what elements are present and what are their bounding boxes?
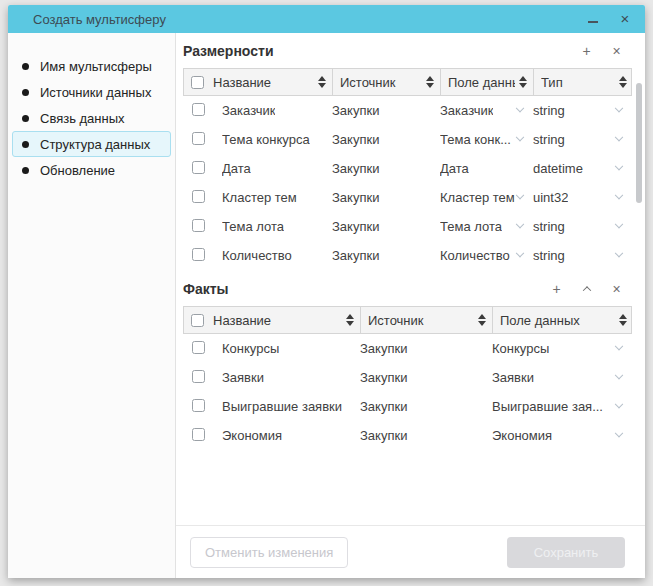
select-all-dimensions-checkbox[interactable]	[191, 76, 204, 89]
row-checkbox[interactable]	[192, 103, 205, 116]
bullet-icon	[22, 63, 29, 70]
row-checkbox[interactable]	[192, 341, 205, 354]
row-checkbox[interactable]	[192, 161, 205, 174]
field-select[interactable]: Заявки	[492, 363, 632, 392]
field-select[interactable]: Количество	[440, 241, 533, 270]
bullet-icon	[22, 167, 29, 174]
column-label: Поле данных	[448, 75, 515, 90]
name-cell: Экономия	[183, 421, 360, 450]
add-fact-button[interactable]: +	[550, 283, 563, 296]
chevron-down-icon	[615, 219, 623, 227]
chevron-down-icon	[516, 103, 524, 111]
page-background: Создать мультисферу × Имя мультисферыИст…	[0, 0, 653, 586]
row-name: Тема конкурса	[222, 132, 310, 147]
dimensions-col-field: Поле данных	[441, 69, 534, 95]
source-cell: Закупки	[332, 212, 440, 241]
field-select[interactable]: Дата	[440, 154, 533, 183]
column-label: Источник	[340, 75, 396, 90]
remove-dimension-button[interactable]: ×	[610, 45, 623, 58]
field-select[interactable]: Экономия	[492, 421, 632, 450]
sort-icon[interactable]	[474, 314, 486, 326]
source-cell: Закупки	[360, 334, 492, 363]
row-name: Конкурсы	[222, 341, 279, 356]
bullet-icon	[22, 141, 29, 148]
vertical-scrollbar-thumb[interactable]	[636, 83, 642, 203]
selected-value: Тема лота	[440, 219, 502, 234]
row-checkbox[interactable]	[192, 132, 205, 145]
field-select[interactable]: Тема конк...	[440, 125, 533, 154]
sidebar-item[interactable]: Обновление	[12, 157, 171, 183]
title-bar: Создать мультисферу ×	[8, 5, 645, 33]
sidebar-item[interactable]: Связь данных	[12, 105, 171, 131]
chevron-down-icon	[516, 248, 524, 256]
wizard-steps-sidebar: Имя мультисферыИсточники данныхСвязь дан…	[8, 33, 176, 578]
selected-value: string	[533, 248, 565, 263]
sort-icon[interactable]	[314, 76, 326, 88]
remove-fact-button[interactable]: ×	[610, 283, 623, 296]
dimensions-col-name: Название	[184, 69, 333, 95]
dimension-row: ДатаЗакупкиДатаdatetime	[183, 154, 632, 183]
row-checkbox[interactable]	[192, 190, 205, 203]
sort-icon[interactable]	[422, 76, 434, 88]
create-multisphere-dialog: Создать мультисферу × Имя мультисферыИст…	[8, 5, 645, 578]
data-structure-panel: Размерности + × Название Источник	[176, 33, 645, 578]
save-button[interactable]: Сохранить	[507, 537, 625, 568]
type-select[interactable]: string	[533, 241, 632, 270]
row-checkbox[interactable]	[192, 248, 205, 261]
column-label: Название	[213, 313, 271, 328]
sidebar-item[interactable]: Источники данных	[12, 79, 171, 105]
field-select[interactable]: Заказчик	[440, 96, 533, 125]
checkbox-wrap	[192, 161, 205, 177]
fact-row: КонкурсыЗакупкиКонкурсы	[183, 334, 632, 363]
dimension-row: КоличествоЗакупкиКоличествоstring	[183, 241, 632, 270]
dimension-row: ЗаказчикЗакупкиЗаказчикstring	[183, 96, 632, 125]
row-name: Количество	[222, 248, 292, 263]
field-select[interactable]: Тема лота	[440, 212, 533, 241]
sort-icon[interactable]	[342, 314, 354, 326]
selected-value: Конкурсы	[492, 341, 549, 356]
sort-icon[interactable]	[615, 76, 627, 88]
sort-icon[interactable]	[615, 314, 627, 326]
row-checkbox[interactable]	[192, 219, 205, 232]
field-select[interactable]: Конкурсы	[492, 334, 632, 363]
selected-value: Кластер тем	[440, 190, 515, 205]
type-select[interactable]: datetime	[533, 154, 632, 183]
column-label: Тип	[541, 75, 563, 90]
selected-value: Заявки	[492, 370, 534, 385]
type-select[interactable]: string	[533, 96, 632, 125]
add-dimension-button[interactable]: +	[580, 45, 593, 58]
type-select[interactable]: string	[533, 125, 632, 154]
name-cell: Кластер тем	[183, 183, 332, 212]
facts-title: Факты	[183, 281, 229, 297]
dialog-footer: Отменить изменения Сохранить	[176, 525, 645, 578]
minimize-icon	[588, 21, 598, 23]
row-checkbox[interactable]	[192, 399, 205, 412]
cancel-changes-button[interactable]: Отменить изменения	[190, 537, 348, 568]
sidebar-item[interactable]: Имя мультисферы	[12, 53, 171, 79]
sidebar-item-label: Имя мультисферы	[40, 59, 152, 74]
dimension-row: Тема конкурсаЗакупкиТема конк...string	[183, 125, 632, 154]
row-name: Кластер тем	[222, 190, 297, 205]
source-cell: Закупки	[332, 125, 440, 154]
select-all-facts-checkbox[interactable]	[191, 314, 204, 327]
facts-table-body: КонкурсыЗакупкиКонкурсыЗаявкиЗакупкиЗаяв…	[183, 334, 645, 450]
minimize-button[interactable]	[585, 11, 601, 27]
collapse-facts-button[interactable]	[580, 283, 593, 296]
field-select[interactable]: Кластер тем	[440, 183, 533, 212]
row-checkbox[interactable]	[192, 428, 205, 441]
type-select[interactable]: uint32	[533, 183, 632, 212]
facts-col-field: Поле данных	[493, 307, 633, 333]
checkbox-wrap	[192, 399, 205, 415]
row-checkbox[interactable]	[192, 370, 205, 383]
source-cell: Закупки	[360, 363, 492, 392]
sort-icon[interactable]	[515, 76, 527, 88]
close-window-button[interactable]: ×	[617, 11, 633, 27]
chevron-up-icon	[582, 286, 590, 294]
field-select[interactable]: Выигравшие зая...	[492, 392, 632, 421]
sidebar-item[interactable]: Структура данных	[12, 131, 171, 157]
selected-value: Дата	[440, 161, 469, 176]
source-cell: Закупки	[332, 183, 440, 212]
type-select[interactable]: string	[533, 212, 632, 241]
bullet-icon	[22, 115, 29, 122]
facts-col-source: Источник	[361, 307, 493, 333]
